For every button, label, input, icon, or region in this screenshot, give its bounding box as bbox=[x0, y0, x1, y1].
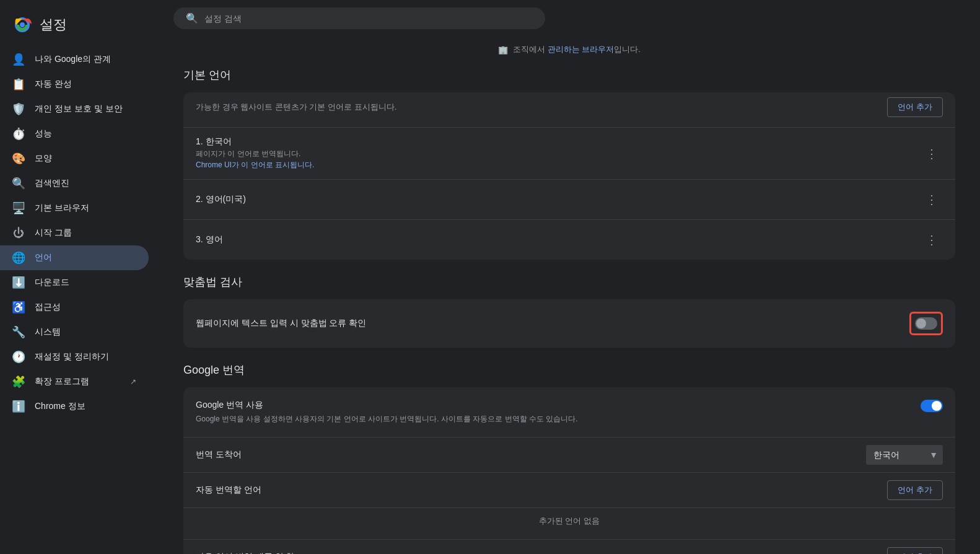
lang-1-info: 1. 한국어 페이지가 이 언어로 번역됩니다. Chrome UI가 이 언어… bbox=[196, 136, 921, 170]
auto-translate-add-button[interactable]: 언어 추가 bbox=[887, 480, 943, 500]
spellcheck-toggle-highlight bbox=[909, 312, 943, 335]
system-icon: 🔧 bbox=[12, 326, 25, 338]
sidebar-label-downloads: 다운로드 bbox=[35, 277, 136, 288]
no-lang-row: 추가된 언어 없음 bbox=[183, 508, 955, 539]
lang-2-name: 2. 영어(미국) bbox=[196, 194, 921, 205]
sidebar-label-reset: 재설정 및 정리하기 bbox=[35, 351, 136, 363]
lang-3-menu-button[interactable]: ⋮ bbox=[921, 229, 943, 251]
sidebar-item-language[interactable]: 🌐언어 bbox=[0, 245, 149, 270]
default-browser-icon: 🖥️ bbox=[12, 202, 25, 214]
search-input[interactable] bbox=[204, 14, 533, 24]
sidebar-label-autofill: 자동 완성 bbox=[35, 79, 136, 90]
sidebar-label-accessibility: 접근성 bbox=[35, 302, 136, 313]
no-translate-add-button[interactable]: 언어 추가 bbox=[887, 547, 943, 554]
chrome-logo-icon bbox=[12, 15, 32, 35]
org-text: 조직에서 관리하는 브라우저입니다. bbox=[513, 44, 641, 55]
lang-2-menu-button[interactable]: ⋮ bbox=[921, 188, 943, 211]
sidebar-item-appearance[interactable]: 🎨모양 bbox=[0, 146, 149, 171]
external-link-icon: ↗ bbox=[130, 377, 136, 386]
sidebar-label-about: Chrome 정보 bbox=[35, 401, 136, 412]
sidebar-item-performance[interactable]: ⏱️성능 bbox=[0, 121, 149, 146]
sidebar-label-startup: 시작 그룹 bbox=[35, 227, 136, 239]
search-bar: 🔍 bbox=[159, 0, 980, 37]
sidebar-item-startup[interactable]: ⏻시작 그룹 bbox=[0, 221, 149, 245]
manage-browser-link[interactable]: 관리하는 브라우저 bbox=[548, 45, 615, 54]
translate-card: Google 번역 사용 Google 번역을 사용 설정하면 사용자의 기본 … bbox=[183, 387, 955, 554]
sidebar-label-default-browser: 기본 브라우저 bbox=[35, 203, 136, 214]
translate-use-desc: Google 번역을 사용 설정하면 사용자의 기본 언어로 사이트가 번역됩니… bbox=[196, 413, 913, 424]
translate-use-toggle[interactable] bbox=[921, 400, 943, 412]
translate-use-info: Google 번역 사용 Google 번역을 사용 설정하면 사용자의 기본 … bbox=[196, 400, 913, 424]
no-translate-label: 다음 언어 번역 제공 안 함 bbox=[196, 552, 887, 554]
search-icon: 🔍 bbox=[186, 12, 198, 24]
sidebar-label-search-engine: 검색엔진 bbox=[35, 178, 136, 189]
org-icon: 🏢 bbox=[498, 45, 508, 55]
downloads-icon: ⬇️ bbox=[12, 276, 25, 289]
lang-1-note-blue: Chrome UI가 이 언어로 표시됩니다. bbox=[196, 160, 921, 170]
performance-icon: ⏱️ bbox=[12, 128, 25, 140]
lang-1-menu-button[interactable]: ⋮ bbox=[921, 143, 943, 165]
spellcheck-row: 웹페이지에 텍스트 입력 시 맞춤법 오류 확인 bbox=[183, 299, 955, 348]
no-translate-row: 다음 언어 번역 제공 안 함 언어 추가 bbox=[183, 539, 955, 554]
spellcheck-title: 맞춤법 검사 bbox=[183, 275, 955, 289]
accessibility-icon: ♿ bbox=[12, 301, 25, 314]
spellcheck-card: 웹페이지에 텍스트 입력 시 맞춤법 오류 확인 bbox=[183, 299, 955, 348]
sidebar-label-language: 언어 bbox=[35, 252, 136, 263]
language-item-2: 2. 영어(미국) ⋮ bbox=[183, 179, 955, 219]
about-icon: ℹ️ bbox=[12, 400, 25, 413]
sidebar-title: 설정 bbox=[40, 15, 67, 34]
auto-translate-label: 자동 번역할 언어 bbox=[196, 485, 887, 496]
translate-target-row: 번역 도착어 한국어 영어(미국) 영어 일본어 중국어(간체) ▼ bbox=[183, 437, 955, 472]
lang-1-name: 1. 한국어 bbox=[196, 136, 921, 147]
lang-2-info: 2. 영어(미국) bbox=[196, 194, 921, 205]
main-content: 🔍 🏢 조직에서 관리하는 브라우저입니다. 기본 언어 가능한 경우 웹사이트… bbox=[159, 0, 980, 554]
sidebar-item-default-browser[interactable]: 🖥️기본 브라우저 bbox=[0, 196, 149, 221]
translate-target-select-wrapper: 한국어 영어(미국) 영어 일본어 중국어(간체) ▼ bbox=[866, 445, 943, 465]
sidebar-header: 설정 bbox=[0, 10, 159, 47]
privacy-icon: 🛡️ bbox=[12, 103, 25, 115]
google-account-icon: 👤 bbox=[12, 53, 25, 66]
language-item-1: 1. 한국어 페이지가 이 언어로 번역됩니다. Chrome UI가 이 언어… bbox=[183, 127, 955, 179]
reset-icon: 🕐 bbox=[12, 351, 25, 363]
sidebar: 설정 👤나와 Google의 관계📋자동 완성🛡️개인 정보 보호 및 보안⏱️… bbox=[0, 0, 159, 554]
sidebar-label-extensions: 확장 프로그램 bbox=[35, 376, 118, 387]
sidebar-label-system: 시스템 bbox=[35, 327, 136, 338]
sidebar-item-about[interactable]: ℹ️Chrome 정보 bbox=[0, 394, 149, 419]
auto-translate-row: 자동 번역할 언어 언어 추가 bbox=[183, 472, 955, 508]
translate-use-title: Google 번역 사용 bbox=[196, 400, 913, 411]
base-language-card-top: 가능한 경우 웹사이트 콘텐츠가 기본 언어로 표시됩니다. 언어 추가 bbox=[183, 92, 955, 127]
sidebar-item-autofill[interactable]: 📋자동 완성 bbox=[0, 72, 149, 97]
autofill-icon: 📋 bbox=[12, 78, 25, 90]
spellcheck-toggle-thumb bbox=[916, 319, 926, 328]
sidebar-item-privacy[interactable]: 🛡️개인 정보 보호 및 보안 bbox=[0, 97, 149, 121]
sidebar-item-reset[interactable]: 🕐재설정 및 정리하기 bbox=[0, 345, 149, 369]
translate-section: Google 번역 Google 번역 사용 Google 번역을 사용 설정하… bbox=[183, 363, 955, 554]
spellcheck-toggle[interactable] bbox=[915, 317, 937, 330]
language-item-3: 3. 영어 ⋮ bbox=[183, 219, 955, 260]
translate-use-row: Google 번역 사용 Google 번역을 사용 설정하면 사용자의 기본 … bbox=[183, 387, 955, 437]
lang-1-note: 페이지가 이 언어로 번역됩니다. bbox=[196, 149, 921, 159]
sidebar-item-google-account[interactable]: 👤나와 Google의 관계 bbox=[0, 47, 149, 72]
startup-icon: ⏻ bbox=[12, 227, 25, 239]
base-language-title: 기본 언어 bbox=[183, 68, 955, 82]
sidebar-item-search-engine[interactable]: 🔍검색엔진 bbox=[0, 171, 149, 196]
no-lang-text: 추가된 언어 없음 bbox=[539, 516, 600, 525]
base-language-card: 가능한 경우 웹사이트 콘텐츠가 기본 언어로 표시됩니다. 언어 추가 1. … bbox=[183, 92, 955, 260]
translate-use-toggle-thumb bbox=[932, 401, 942, 411]
extensions-icon: 🧩 bbox=[12, 376, 25, 388]
appearance-icon: 🎨 bbox=[12, 152, 25, 165]
content-area: 🏢 조직에서 관리하는 브라우저입니다. 기본 언어 가능한 경우 웹사이트 콘… bbox=[159, 37, 980, 554]
sidebar-item-downloads[interactable]: ⬇️다운로드 bbox=[0, 270, 149, 295]
add-language-button[interactable]: 언어 추가 bbox=[887, 97, 943, 117]
translate-title: Google 번역 bbox=[183, 363, 955, 377]
sidebar-label-privacy: 개인 정보 보호 및 보안 bbox=[35, 103, 136, 115]
org-notice: 🏢 조직에서 관리하는 브라우저입니다. bbox=[183, 37, 955, 63]
sidebar-item-extensions[interactable]: 🧩확장 프로그램↗ bbox=[0, 369, 149, 394]
sidebar-item-accessibility[interactable]: ♿접근성 bbox=[0, 295, 149, 320]
search-input-wrapper[interactable]: 🔍 bbox=[173, 7, 545, 29]
lang-3-name: 3. 영어 bbox=[196, 234, 921, 245]
sidebar-item-system[interactable]: 🔧시스템 bbox=[0, 320, 149, 345]
translate-target-select[interactable]: 한국어 영어(미국) 영어 일본어 중국어(간체) bbox=[866, 445, 943, 465]
sidebar-label-appearance: 모양 bbox=[35, 153, 136, 164]
translate-target-label: 번역 도착어 bbox=[196, 449, 866, 460]
